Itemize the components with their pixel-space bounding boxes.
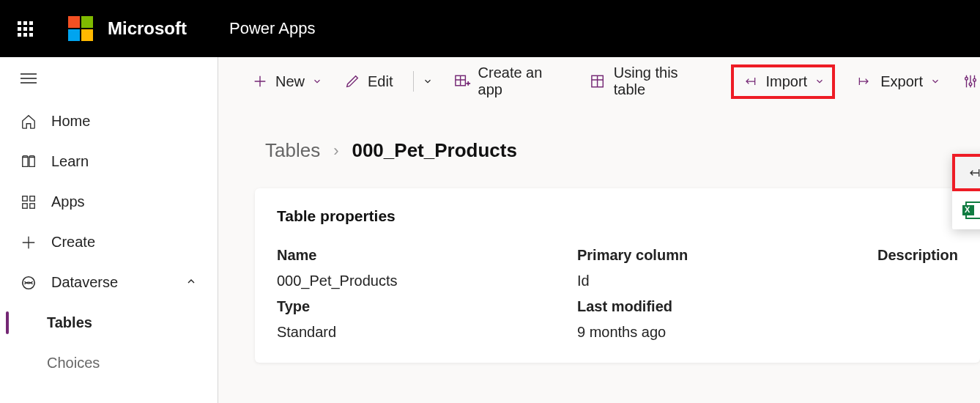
prop-modified-label: Last modified — [577, 298, 877, 315]
microsoft-logo-icon — [68, 16, 93, 41]
sidebar-item-tables[interactable]: Tables — [0, 303, 218, 343]
top-header: Microsoft Power Apps — [0, 0, 980, 57]
grid-icon — [21, 194, 37, 210]
sidebar-item-dataverse[interactable]: Dataverse — [0, 262, 218, 303]
sidebar-item-label: Home — [51, 113, 90, 130]
plus-icon — [21, 234, 37, 251]
cmd-label: Using this table — [614, 64, 710, 98]
menu-toggle-icon[interactable] — [0, 64, 57, 101]
prop-name-value: 000_Pet_Products — [277, 273, 577, 289]
import-button[interactable]: Import — [731, 64, 836, 99]
app-launcher-icon[interactable] — [18, 21, 33, 37]
cmd-label: Import — [766, 73, 808, 90]
sidebar: Home Learn Apps Create Dataverse — [0, 57, 218, 403]
sidebar-item-label: Learn — [51, 153, 89, 170]
app-name-label: Power Apps — [229, 19, 315, 38]
import-data-item[interactable]: Import data — [952, 154, 980, 191]
chevron-down-icon — [814, 73, 825, 90]
edit-button[interactable]: Edit — [343, 70, 394, 93]
svg-point-4 — [23, 276, 35, 289]
chevron-down-icon — [930, 73, 940, 90]
import-dropdown: Import data Import data from Excel — [952, 154, 980, 229]
sidebar-item-label: Dataverse — [51, 274, 118, 291]
cmd-label: New — [275, 73, 305, 90]
sidebar-item-label: Choices — [47, 355, 100, 371]
chevron-down-icon — [312, 73, 322, 90]
cmd-label: Edit — [368, 73, 393, 90]
prop-description-label: Description — [877, 247, 958, 264]
sidebar-item-label: Apps — [51, 193, 85, 210]
sidebar-item-learn[interactable]: Learn — [0, 141, 218, 182]
prop-modified-value: 9 months ago — [577, 324, 877, 341]
export-button[interactable]: Export — [854, 70, 942, 93]
svg-point-7 — [965, 78, 968, 81]
excel-icon — [965, 202, 980, 219]
command-bar: New Edit Create an app Using this table … — [218, 57, 980, 106]
card-title: Table properties — [277, 207, 958, 225]
chevron-up-icon — [185, 274, 197, 291]
settings-button[interactable] — [961, 70, 980, 92]
svg-rect-0 — [23, 196, 27, 200]
svg-rect-3 — [30, 203, 34, 207]
svg-rect-2 — [23, 203, 27, 207]
chevron-down-icon[interactable] — [423, 73, 433, 90]
sidebar-item-choices[interactable]: Choices — [0, 343, 218, 383]
dataverse-icon — [21, 275, 37, 291]
cmd-label: Export — [880, 73, 923, 90]
sidebar-item-home[interactable]: Home — [0, 101, 218, 141]
chevron-right-icon: › — [333, 141, 338, 160]
sidebar-item-apps[interactable]: Apps — [0, 182, 218, 222]
sidebar-item-label: Create — [51, 234, 95, 251]
divider — [413, 71, 414, 92]
properties-card: Table properties Name Primary column Des… — [255, 188, 980, 363]
cmd-label: Create an app — [478, 64, 568, 98]
breadcrumb: Tables › 000_Pet_Products — [218, 106, 980, 180]
prop-primary-value: Id — [577, 273, 877, 289]
svg-rect-1 — [30, 196, 34, 200]
sidebar-item-label: Tables — [47, 314, 92, 331]
breadcrumb-current: 000_Pet_Products — [352, 139, 516, 162]
sidebar-item-create[interactable]: Create — [0, 222, 218, 262]
prop-name-label: Name — [277, 247, 577, 264]
brand-label: Microsoft — [108, 18, 187, 39]
prop-type-label: Type — [277, 298, 577, 315]
using-table-button[interactable]: Using this table — [588, 62, 712, 101]
prop-primary-label: Primary column — [577, 247, 877, 264]
home-icon — [21, 114, 37, 130]
prop-type-value: Standard — [277, 324, 577, 341]
main-area: New Edit Create an app Using this table … — [218, 57, 980, 403]
book-icon — [21, 154, 37, 170]
new-button[interactable]: New — [250, 70, 324, 93]
svg-point-9 — [973, 78, 976, 81]
import-excel-item[interactable]: Import data from Excel — [952, 191, 980, 229]
svg-point-8 — [969, 83, 972, 86]
create-app-button[interactable]: Create an app — [452, 62, 568, 101]
breadcrumb-root[interactable]: Tables — [265, 139, 320, 162]
